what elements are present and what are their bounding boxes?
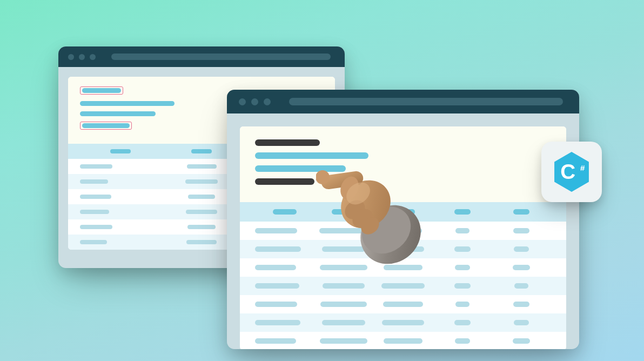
table-cell bbox=[80, 179, 161, 184]
table-cell bbox=[373, 283, 433, 289]
table-cell bbox=[373, 338, 433, 344]
badge-sharp: # bbox=[580, 163, 585, 172]
table-cell bbox=[255, 302, 314, 307]
cell-content bbox=[320, 265, 367, 270]
table-cell bbox=[492, 338, 551, 344]
titlebar bbox=[58, 46, 345, 67]
text-line bbox=[255, 165, 346, 172]
table-cell bbox=[492, 283, 551, 289]
selected-text-line[interactable] bbox=[80, 122, 132, 130]
cell-content bbox=[513, 265, 530, 270]
cell-content bbox=[384, 265, 422, 270]
cell-content bbox=[513, 302, 529, 307]
column-header[interactable] bbox=[80, 149, 161, 153]
table-cell bbox=[80, 225, 161, 229]
cell-content bbox=[384, 338, 422, 344]
cell-content bbox=[382, 320, 424, 325]
table-cell bbox=[373, 320, 433, 325]
cell-content bbox=[186, 210, 217, 214]
badge-letter: C bbox=[560, 160, 575, 183]
cell-content bbox=[513, 228, 529, 233]
table-row[interactable] bbox=[240, 332, 566, 349]
table-row[interactable] bbox=[240, 295, 566, 313]
cell-content bbox=[454, 246, 471, 252]
column-header[interactable] bbox=[492, 209, 551, 215]
header-pill bbox=[110, 149, 131, 153]
table-cell bbox=[433, 246, 492, 252]
csharp-logo-icon: C # bbox=[549, 149, 594, 195]
table-row[interactable] bbox=[240, 222, 566, 240]
traffic-light-close-icon[interactable] bbox=[68, 54, 74, 60]
column-header[interactable] bbox=[255, 209, 314, 215]
selected-text-line[interactable] bbox=[80, 86, 123, 95]
table-cell bbox=[492, 246, 551, 252]
document-panel bbox=[240, 126, 566, 349]
cell-content bbox=[320, 302, 367, 307]
column-header[interactable] bbox=[433, 209, 492, 215]
header-pill bbox=[273, 209, 297, 215]
table-cell bbox=[314, 246, 374, 252]
table-cell bbox=[314, 265, 374, 270]
cell-content bbox=[382, 246, 424, 252]
cell-content bbox=[187, 225, 216, 229]
cell-content bbox=[255, 265, 296, 270]
table-cell bbox=[492, 302, 551, 307]
table-cell bbox=[373, 265, 433, 270]
table-cell bbox=[373, 246, 433, 252]
traffic-light-minimize-icon[interactable] bbox=[79, 54, 85, 60]
table-cell bbox=[80, 164, 161, 169]
cell-content bbox=[255, 302, 297, 307]
table-body bbox=[240, 222, 566, 349]
address-bar[interactable] bbox=[111, 54, 331, 60]
table-cell bbox=[492, 265, 551, 270]
table-header bbox=[240, 202, 566, 222]
cell-content bbox=[319, 228, 368, 233]
header-pill bbox=[454, 209, 471, 215]
cell-content bbox=[255, 320, 300, 325]
table-cell bbox=[255, 320, 314, 325]
table-cell bbox=[492, 228, 551, 233]
table-cell bbox=[255, 265, 314, 270]
table-row[interactable] bbox=[240, 258, 566, 277]
cell-content bbox=[185, 179, 218, 184]
table-cell bbox=[314, 283, 374, 289]
cell-content bbox=[188, 195, 215, 199]
cell-content bbox=[187, 164, 217, 169]
cell-content bbox=[514, 320, 529, 325]
cell-content bbox=[186, 240, 217, 244]
column-header[interactable] bbox=[373, 209, 433, 215]
header-pill bbox=[332, 209, 355, 215]
cell-content bbox=[455, 338, 470, 344]
cell-content bbox=[322, 246, 365, 252]
table-cell bbox=[80, 210, 161, 214]
table-cell bbox=[433, 320, 492, 325]
column-header[interactable] bbox=[314, 209, 374, 215]
text-line bbox=[255, 152, 368, 159]
table-row[interactable] bbox=[240, 313, 566, 332]
text-line bbox=[82, 123, 130, 128]
cell-content bbox=[455, 228, 469, 233]
table-cell bbox=[314, 302, 374, 307]
table-cell bbox=[255, 283, 314, 289]
browser-window-front bbox=[227, 90, 579, 349]
table-row[interactable] bbox=[240, 240, 566, 258]
table-cell bbox=[373, 302, 433, 307]
traffic-light-zoom-icon[interactable] bbox=[90, 54, 96, 60]
traffic-light-zoom-icon[interactable] bbox=[264, 98, 271, 105]
cell-content bbox=[454, 283, 471, 289]
cell-content bbox=[384, 228, 422, 233]
text-line bbox=[80, 101, 175, 106]
address-bar[interactable] bbox=[289, 98, 563, 105]
table-cell bbox=[433, 302, 492, 307]
cell-content bbox=[381, 283, 425, 289]
cell-content bbox=[514, 283, 528, 289]
table-cell bbox=[255, 246, 314, 252]
cell-content bbox=[454, 320, 471, 325]
traffic-light-minimize-icon[interactable] bbox=[251, 98, 258, 105]
cell-content bbox=[80, 210, 109, 214]
table-row[interactable] bbox=[240, 277, 566, 295]
header-pill bbox=[391, 209, 415, 215]
header-pill bbox=[191, 149, 212, 153]
table-cell bbox=[80, 195, 161, 199]
traffic-light-close-icon[interactable] bbox=[239, 98, 246, 105]
